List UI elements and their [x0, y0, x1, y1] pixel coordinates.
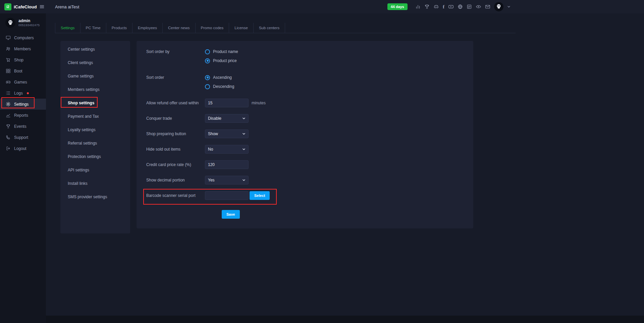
field-label: Credit card price rate (%) [146, 162, 205, 167]
facebook-icon[interactable]: f [443, 4, 444, 9]
center-title: Arena aiTest [55, 4, 79, 9]
sidebar-item-settings[interactable]: Settings [0, 99, 46, 110]
nav-shop-settings[interactable]: Shop settings [60, 96, 130, 110]
sidebar-item-reports[interactable]: Reports [0, 110, 46, 121]
sidebar-item-label: Shop [14, 58, 23, 62]
sidebar-item-games[interactable]: Games [0, 76, 46, 88]
billing-icon[interactable] [467, 4, 472, 9]
barcode-port-row: Barcode scanner serial port Select [146, 191, 473, 200]
tab-products[interactable]: Products [106, 23, 132, 33]
computers-icon [6, 35, 11, 40]
tab-employees[interactable]: Employees [132, 23, 163, 33]
conquer-trade-select[interactable]: Disable [205, 114, 249, 123]
show-decimal-row: Show decimal portion Yes [146, 176, 473, 184]
radio-icon [205, 84, 210, 89]
radio-label: Product price [213, 58, 237, 63]
shop-preparing-select[interactable]: Show [205, 129, 249, 138]
tab-pc-time[interactable]: PC Time [80, 23, 106, 33]
barcode-port-input[interactable] [205, 191, 249, 200]
sidebar-item-label: Boot [14, 69, 22, 73]
globe-icon[interactable] [458, 4, 463, 9]
tab-bar: Settings PC Time Products Employees Cent… [55, 23, 516, 33]
radio-checked-icon [205, 58, 210, 63]
discord-icon[interactable] [433, 4, 439, 9]
tab-promo-codes[interactable]: Promo codes [196, 23, 229, 33]
credit-card-rate-row: Credit card price rate (%) [146, 160, 473, 169]
save-row: Save [222, 210, 473, 219]
gamepad-icon [6, 79, 11, 85]
nav-game-settings[interactable]: Game settings [60, 69, 130, 83]
logs-alert-dot [27, 92, 29, 94]
sidebar-item-members[interactable]: Members [0, 43, 46, 54]
youtube-icon[interactable] [448, 4, 454, 9]
sort-order-by-row: Sort order by Product name Product price [146, 49, 473, 63]
nav-protection-settings[interactable]: Protection settings [60, 150, 130, 163]
nav-install-links[interactable]: Install links [60, 177, 130, 190]
sidebar-item-logout[interactable]: Logout [0, 143, 46, 154]
preview-icon[interactable] [476, 4, 481, 9]
brand-zone: i2 iCafeCloud [0, 3, 46, 10]
sidebar-item-logs[interactable]: Logs [0, 88, 46, 99]
user-avatar[interactable] [494, 2, 503, 11]
menu-toggle-icon[interactable] [39, 4, 45, 9]
hide-sold-out-select[interactable]: No [205, 145, 249, 154]
tab-sub-centers[interactable]: Sub centers [254, 23, 285, 33]
credit-card-rate-input[interactable] [205, 160, 249, 169]
chevron-down-icon [242, 117, 246, 120]
nav-members-settings[interactable]: Members settings [60, 83, 130, 96]
sidebar-item-label: Computers [14, 36, 34, 40]
medal-icon [6, 124, 11, 129]
nav-center-settings[interactable]: Center settings [60, 43, 130, 56]
field-label: Sort order by [146, 49, 205, 54]
chevron-down-icon [242, 148, 246, 151]
field-label: Show decimal portion [146, 177, 205, 183]
tab-settings[interactable]: Settings [55, 23, 80, 33]
select-port-button[interactable]: Select [250, 191, 270, 200]
nav-client-settings[interactable]: Client settings [60, 56, 130, 69]
user-name: admin [18, 18, 40, 23]
tab-license[interactable]: License [229, 23, 254, 33]
sidebar-item-events[interactable]: Events [0, 121, 46, 132]
radio-ascending[interactable]: Ascending [205, 75, 234, 80]
radio-product-price[interactable]: Product price [205, 58, 238, 63]
field-label: Sort order [146, 75, 205, 80]
minutes-suffix: minutes [252, 101, 266, 105]
radio-label: Product name [213, 49, 238, 54]
radio-icon [205, 49, 210, 54]
stats-icon[interactable] [415, 4, 421, 9]
phone-icon [6, 135, 11, 140]
show-decimal-select[interactable]: Yes [205, 176, 249, 184]
sidebar-item-label: Logout [14, 146, 26, 151]
nav-loyalty-settings[interactable]: Loyalty settings [60, 123, 130, 137]
refund-minutes-input[interactable] [205, 99, 249, 107]
sidebar-item-support[interactable]: Support [0, 132, 46, 143]
nav-referral-settings[interactable]: Referral settings [60, 137, 130, 150]
sidebar-item-label: Support [14, 135, 28, 140]
user-block[interactable]: admin 005193482475 [0, 13, 46, 32]
radio-label: Ascending [213, 75, 232, 80]
boot-icon [6, 68, 11, 73]
mail-icon[interactable] [485, 4, 490, 9]
nav-api-settings[interactable]: API settings [60, 163, 130, 177]
topbar-right: 44 days f [387, 2, 644, 11]
nav-sms-provider-settings[interactable]: SMS provider settings [60, 190, 130, 204]
chevron-down-icon[interactable] [507, 5, 511, 8]
nav-payment-and-tax[interactable]: Payment and Tax [60, 110, 130, 123]
members-icon [6, 46, 11, 51]
trophy-icon[interactable] [424, 4, 430, 9]
sidebar-item-boot[interactable]: Boot [0, 65, 46, 76]
sidebar-avatar [5, 18, 15, 28]
radio-descending[interactable]: Descending [205, 84, 234, 89]
field-label: Allow refund offer used within [146, 100, 205, 106]
sidebar-item-shop[interactable]: Shop [0, 54, 46, 65]
hide-sold-out-row: Hide sold out items No [146, 145, 473, 154]
license-days-badge[interactable]: 44 days [387, 3, 408, 10]
select-value: Show [208, 131, 218, 136]
sidebar-item-label: Settings [14, 102, 29, 107]
save-button[interactable]: Save [222, 210, 240, 219]
gear-icon [6, 102, 11, 107]
tab-center-news[interactable]: Center news [163, 23, 196, 33]
chevron-down-icon [242, 178, 246, 182]
sidebar-item-computers[interactable]: Computers [0, 32, 46, 43]
radio-product-name[interactable]: Product name [205, 49, 238, 54]
